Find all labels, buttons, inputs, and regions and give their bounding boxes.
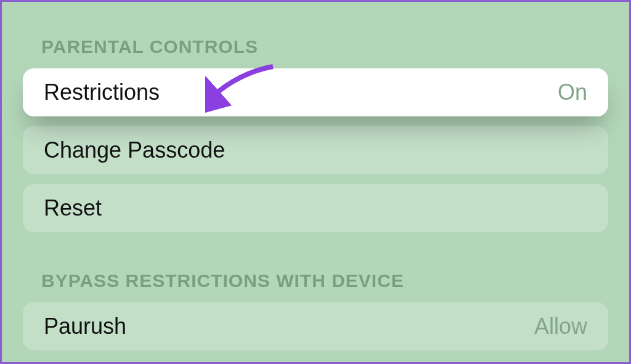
bypass-group: Paurush Allow [23,302,608,350]
change-passcode-label: Change Passcode [44,137,225,163]
bypass-device-value: Allow [534,313,587,339]
settings-pane: PARENTAL CONTROLS Restrictions On Change… [2,2,629,350]
restrictions-label: Restrictions [44,79,160,105]
restrictions-value: On [558,79,587,105]
change-passcode-row[interactable]: Change Passcode [23,126,608,174]
bypass-device-label: Paurush [44,313,126,339]
section-header-parental: PARENTAL CONTROLS [23,36,608,68]
section-header-bypass: BYPASS RESTRICTIONS WITH DEVICE [23,270,608,302]
reset-row[interactable]: Reset [23,184,608,232]
parental-controls-group: Restrictions On Change Passcode Reset [23,68,608,232]
bypass-device-row[interactable]: Paurush Allow [23,302,608,350]
restrictions-row[interactable]: Restrictions On [23,68,608,116]
reset-label: Reset [44,195,102,221]
